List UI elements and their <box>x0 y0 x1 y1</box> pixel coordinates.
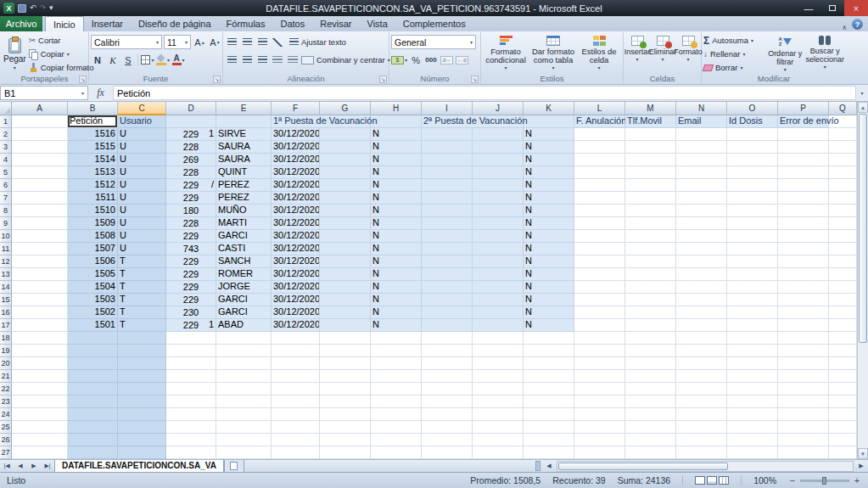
cell-O6[interactable] <box>727 179 778 192</box>
cell-F20[interactable] <box>272 357 320 370</box>
cell-N10[interactable] <box>676 230 727 243</box>
cell-C8[interactable]: U <box>118 205 166 217</box>
row-header-3[interactable]: 3 <box>0 141 12 154</box>
cell-L2[interactable] <box>574 128 625 141</box>
cell-H23[interactable] <box>371 395 422 408</box>
cell-M18[interactable] <box>625 332 676 345</box>
cell-A11[interactable] <box>12 243 68 255</box>
cell-I2[interactable] <box>422 128 473 141</box>
cell-J19[interactable] <box>473 345 524 357</box>
cell-K23[interactable] <box>524 395 574 408</box>
cell-F13[interactable]: 30/12/2020 <box>272 268 320 281</box>
column-header-I[interactable]: I <box>422 102 473 115</box>
bold-button[interactable]: N <box>91 53 104 67</box>
cell-N12[interactable] <box>676 255 727 268</box>
cell-H5[interactable]: N <box>371 166 422 179</box>
cell-B24[interactable] <box>68 408 118 421</box>
cell-L6[interactable] <box>574 179 625 192</box>
column-header-K[interactable]: K <box>524 102 574 115</box>
row-header-15[interactable]: 15 <box>0 294 12 306</box>
cell-G16[interactable] <box>320 306 371 319</box>
cell-A13[interactable] <box>12 268 68 281</box>
accounting-format-button[interactable]: $▾ <box>391 53 407 67</box>
cell-H4[interactable]: N <box>371 154 422 166</box>
cell-P26[interactable] <box>778 434 829 446</box>
cell-C2[interactable]: U <box>118 128 166 141</box>
cell-G6[interactable] <box>320 179 371 192</box>
cell-J2[interactable] <box>473 128 524 141</box>
cell-F21[interactable] <box>272 370 320 383</box>
cell-B12[interactable]: 1506 <box>68 255 118 268</box>
cell-D26[interactable] <box>166 434 216 446</box>
cell-O9[interactable] <box>727 217 778 230</box>
restore-button[interactable] <box>820 0 844 16</box>
sheet-tab[interactable]: DATAFILE.SAVAPETICIONCON.SA_VA <box>54 460 224 473</box>
cell-Q23[interactable] <box>829 395 857 408</box>
cell-F27[interactable] <box>272 446 320 459</box>
cell-K1[interactable] <box>524 115 574 128</box>
column-header-P[interactable]: P <box>778 102 829 115</box>
cell-M23[interactable] <box>625 395 676 408</box>
cell-Q7[interactable] <box>829 192 857 205</box>
cell-E10[interactable]: GARCI <box>216 230 272 243</box>
cell-A22[interactable] <box>12 383 68 395</box>
cell-E16[interactable]: GARCI <box>216 306 272 319</box>
cell-P3[interactable] <box>778 141 829 154</box>
cell-P14[interactable] <box>778 281 829 294</box>
cell-C9[interactable]: U <box>118 217 166 230</box>
column-header-C[interactable]: C <box>118 102 166 115</box>
cell-M21[interactable] <box>625 370 676 383</box>
cell-I9[interactable] <box>422 217 473 230</box>
cell-H27[interactable] <box>371 446 422 459</box>
cell-F5[interactable]: 30/12/2020 <box>272 166 320 179</box>
cell-H14[interactable]: N <box>371 281 422 294</box>
close-button[interactable]: × <box>844 0 868 16</box>
cell-C22[interactable] <box>118 383 166 395</box>
cell-I24[interactable] <box>422 408 473 421</box>
cell-Q13[interactable] <box>829 268 857 281</box>
cell-K18[interactable] <box>524 332 574 345</box>
cell-P16[interactable] <box>778 306 829 319</box>
cell-P2[interactable] <box>778 128 829 141</box>
cell-L24[interactable] <box>574 408 625 421</box>
row-header-6[interactable]: 6 <box>0 179 12 192</box>
cell-F3[interactable]: 30/12/2020 <box>272 141 320 154</box>
cell-H10[interactable]: N <box>371 230 422 243</box>
help-icon[interactable]: ? <box>852 19 863 30</box>
cell-C6[interactable]: U <box>118 179 166 192</box>
dialog-launcher-icon[interactable]: ↘ <box>213 76 221 83</box>
cell-H11[interactable]: N <box>371 243 422 255</box>
fill-color-button[interactable]: ▾ <box>156 53 170 67</box>
dialog-launcher-icon[interactable]: ↘ <box>79 76 87 83</box>
last-sheet-button[interactable]: ▶| <box>41 461 54 472</box>
cell-M16[interactable] <box>625 306 676 319</box>
cell-M17[interactable] <box>625 319 676 332</box>
sort-filter-button[interactable]: AZ Ordenar y filtrar▾ <box>766 34 804 73</box>
cell-L23[interactable] <box>574 395 625 408</box>
cell-O21[interactable] <box>727 370 778 383</box>
cell-D10[interactable]: 229 <box>166 230 216 243</box>
cell-I6[interactable] <box>422 179 473 192</box>
cell-I26[interactable] <box>422 434 473 446</box>
cell-P24[interactable] <box>778 408 829 421</box>
cell-P7[interactable] <box>778 192 829 205</box>
column-header-Q[interactable]: Q <box>829 102 857 115</box>
cell-L27[interactable] <box>574 446 625 459</box>
cell-N23[interactable] <box>676 395 727 408</box>
cell-F4[interactable]: 30/12/2020 <box>272 154 320 166</box>
cell-O12[interactable] <box>727 255 778 268</box>
cell-G19[interactable] <box>320 345 371 357</box>
cell-L9[interactable] <box>574 217 625 230</box>
column-header-D[interactable]: D <box>166 102 216 115</box>
cell-O8[interactable] <box>727 205 778 217</box>
cell-H22[interactable] <box>371 383 422 395</box>
cell-K27[interactable] <box>524 446 574 459</box>
cell-J24[interactable] <box>473 408 524 421</box>
cell-D4[interactable]: 269 <box>166 154 216 166</box>
cell-H7[interactable]: N <box>371 192 422 205</box>
increase-decimal-icon[interactable]: .0→ <box>440 53 453 67</box>
cell-J27[interactable] <box>473 446 524 459</box>
cell-G23[interactable] <box>320 395 371 408</box>
cell-B10[interactable]: 1508 <box>68 230 118 243</box>
cell-N11[interactable] <box>676 243 727 255</box>
